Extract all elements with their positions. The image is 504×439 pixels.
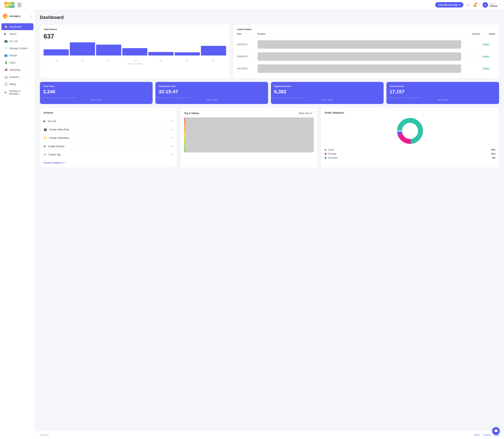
marketing-icon: 📣	[4, 68, 8, 72]
action-item-create-product[interactable]: ⊞ Create Product ↗	[44, 142, 173, 150]
sidebar-item-go-live[interactable]: 📺 Go Live ›	[1, 38, 33, 44]
legend-pct: 74%	[491, 148, 495, 151]
people-icon: 👥	[4, 54, 8, 57]
orders-count: 637	[44, 33, 226, 40]
sidebar-item-videos[interactable]: ▶ Videos	[1, 30, 33, 37]
sidebar-item-sales[interactable]: 💲 Sales ›	[1, 59, 33, 66]
dashboard-icon: 🏠	[4, 25, 8, 28]
donut-chart	[396, 117, 424, 145]
billing-chevron-icon: ›	[30, 83, 31, 85]
product-thumbnail	[258, 52, 461, 61]
manage-content-chevron-icon: ›	[30, 47, 31, 49]
workspace-name: Avengers	[10, 15, 21, 17]
action-item-create-tag[interactable]: 🏷 Create Tag ↗	[44, 150, 173, 159]
stat-card-total-sessions: Total Sessions 17,157 (Last 7 days)	[386, 82, 499, 104]
arrow-icon: ↗	[458, 4, 460, 6]
footer-link-privacy[interactable]: Privacy	[483, 434, 491, 436]
tenant-label: Tenant	[490, 3, 497, 5]
table-row: 03/27/2024 Active	[237, 63, 495, 75]
chat-button[interactable]: 💬	[492, 427, 500, 435]
header-right: View My Live App ↗ 🪄 🔔 J Tenant Juliana …	[435, 2, 500, 8]
bar-Sep	[122, 48, 147, 56]
latest-orders-rows: 03/28/2024 Active 03/28/2024 Active 03/2…	[237, 38, 495, 75]
bar-Nov	[148, 52, 174, 56]
sales-icon: 💲	[4, 61, 8, 64]
go-live-chevron-icon: ›	[30, 40, 31, 42]
videos-header: Top 5 Videos Watch Time ▾	[184, 111, 314, 115]
sidebar-item-people[interactable]: 👥 People	[1, 52, 33, 59]
footer: FanHero TermsPrivacyHelp	[0, 431, 504, 439]
top-row: Total Orders 637 AprJunJulSepNovJanMar (…	[40, 24, 499, 78]
live-app-button[interactable]: View My Live App ↗	[435, 2, 463, 8]
workspace-switcher[interactable]: ⚡ Avengers ▾	[0, 12, 35, 20]
action-label: Go Live	[48, 120, 56, 122]
go-live-label: Go Live	[10, 40, 28, 43]
bar-labels: AprJunJulSepNovJanMar	[44, 60, 226, 62]
chart-subtitle: (Last 12 months)	[44, 63, 226, 65]
stat-subtitle: (Last 7 days)	[158, 99, 265, 101]
sidebar-item-billing[interactable]: 📋 Billing ›	[1, 81, 33, 87]
order-stats-card: Order Statistics	[321, 108, 499, 168]
videos-title: Top 5 Videos	[184, 112, 199, 115]
billing-icon: 📋	[4, 83, 8, 86]
stats-row: Total Views 3,346 (Last 7 days) Total Wa…	[40, 82, 499, 104]
table-row: 03/28/2024 Active	[237, 38, 495, 50]
action-arrow-icon: ↗	[171, 136, 173, 139]
col-amount: Amount	[463, 33, 480, 35]
bar-Mar	[201, 46, 226, 56]
stat-subtitle: (Last 7 days)	[390, 99, 496, 101]
wand-icon-button[interactable]: 🪄	[466, 3, 470, 7]
manage-content-icon: 📄	[4, 47, 8, 50]
actions-label: Actions	[44, 111, 173, 114]
sidebar-item-analytics[interactable]: 📊 Analytics ›	[1, 73, 33, 80]
sidebar-item-marketing[interactable]: 📣 Marketing ›	[1, 66, 33, 73]
video-thumbnail	[184, 117, 314, 152]
analytics-icon: 📊	[4, 75, 8, 79]
product-thumbnail	[258, 64, 461, 73]
user-chevron-icon: ▾	[499, 4, 500, 6]
access-analytics-link[interactable]: Access Analytics ↗	[44, 161, 173, 164]
header-divider	[480, 3, 480, 7]
sidebar-item-settings[interactable]: ⚙ Settings & Members	[1, 88, 33, 97]
bar-label-Jul: Jul	[96, 60, 122, 62]
user-name: Juliana	[490, 5, 497, 7]
dashboard-label: Dashboard	[10, 25, 31, 28]
header-left: FANHERO ☰	[4, 2, 21, 8]
action-label: Create Tag	[48, 153, 60, 156]
hamburger-menu[interactable]: ☰	[17, 2, 21, 7]
video-stripe	[184, 117, 185, 152]
stat-card-registered-users: Registered Users 6,382 (Last 7 days)	[271, 82, 384, 104]
user-info: Tenant Juliana	[490, 3, 497, 7]
bar-label-Apr: Apr	[44, 60, 70, 62]
stat-label: Total Watch Time	[158, 85, 265, 87]
sales-chevron-icon: ›	[30, 62, 31, 64]
workspace-icon: ⚡	[3, 14, 8, 19]
action-arrow-icon: ↗	[171, 153, 173, 156]
marketing-label: Marketing	[10, 68, 28, 71]
analytics-chevron-icon: ›	[30, 76, 31, 78]
legend-pct: 4%	[492, 157, 495, 159]
user-block[interactable]: J Tenant Juliana ▾	[482, 2, 500, 8]
watch-time-dropdown[interactable]: Watch Time ▾	[297, 111, 314, 115]
header: FANHERO ☰ View My Live App ↗ 🪄 🔔 J Tenan…	[0, 0, 504, 10]
bar-label-Jun: Jun	[70, 60, 96, 62]
access-analytics-arrow-icon: ↗	[63, 161, 65, 164]
footer-brand: FanHero	[40, 434, 49, 436]
action-item-create-video-post[interactable]: 🎬 Create Video Post ↗	[44, 125, 173, 134]
action-item-create-collections[interactable]: 📁 Create Collections ↗	[44, 134, 173, 142]
product-thumbnail	[258, 40, 461, 49]
sidebar-item-manage-content[interactable]: 📄 Manage Content ›	[1, 45, 33, 52]
action-item-go-live[interactable]: ▶ Go Live ↗	[44, 117, 173, 125]
notifications-button[interactable]: 🔔	[473, 3, 477, 7]
footer-link-terms[interactable]: Terms	[474, 434, 480, 436]
order-stats-label: Order Statistics	[325, 111, 495, 114]
sidebar: ⚡ Avengers ▾ 🏠 Dashboard ▶ Videos 📺 Go L…	[0, 10, 35, 439]
sidebar-item-dashboard[interactable]: 🏠 Dashboard	[1, 23, 33, 30]
stat-subtitle: (Last 7 days)	[274, 99, 381, 101]
legend-label: Canceled	[328, 157, 337, 159]
actions-list: ▶ Go Live ↗ 🎬 Create Video Post ↗ 📁 Crea…	[44, 117, 173, 159]
stat-card-total-watch-time: Total Watch Time 32:15:47 (Last 7 days)	[156, 82, 268, 104]
total-orders-label: Total Orders	[44, 28, 226, 31]
avatar: J	[482, 2, 488, 8]
billing-label: Billing	[10, 83, 28, 85]
